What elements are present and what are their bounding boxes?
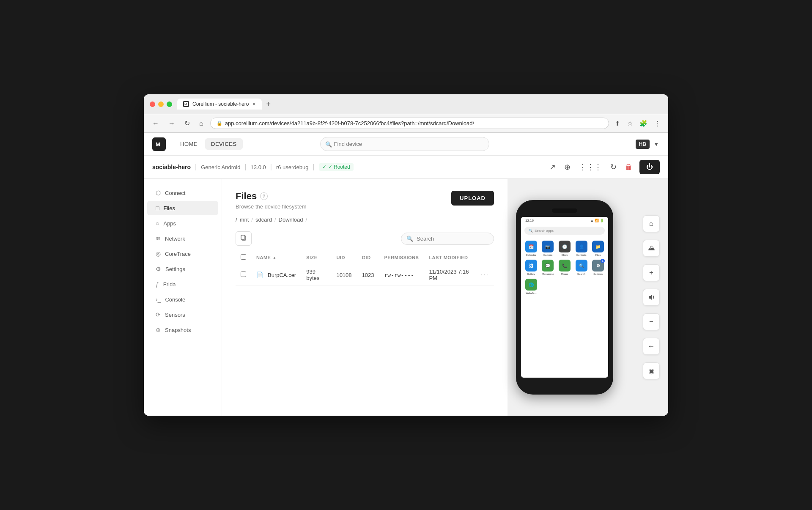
coretrace-icon: ◎ [156,250,161,257]
sort-icon: ▲ [272,255,277,260]
row-size-cell: 939 bytes [301,264,331,286]
header-dropdown-button[interactable]: ▾ [653,140,660,149]
minimize-button[interactable] [158,101,164,107]
settings-app-icon: ⚙ 1 [592,260,604,271]
breadcrumb-sdcard[interactable]: sdcard [255,217,272,223]
col-header-permissions[interactable]: PERMISSIONS [379,251,424,264]
browser-window: M Corellium - sociable-hero ✕ + ← → ↻ ⌂ … [144,94,668,416]
col-header-size[interactable]: SIZE [301,251,331,264]
files-title: Files ? [236,191,307,202]
address-bar[interactable]: 🔒 app.corellium.com/devices/4a211a9b-8f2… [210,118,609,129]
select-all-checkbox[interactable] [241,254,246,260]
menu-button[interactable]: ⋮ [653,119,662,128]
sidebar-item-network[interactable]: ≋ Network [147,231,218,246]
delete-button[interactable]: 🗑 [623,161,634,173]
find-device-input[interactable] [320,137,489,151]
sidebar-item-sensors[interactable]: ⟳ Sensors [147,307,218,322]
maximize-button[interactable] [167,101,172,107]
phone-app-clock[interactable]: 🕐 Clock [558,241,571,256]
refresh-button[interactable]: ↻ [609,161,618,173]
phone-app-phone[interactable]: 📞 Phone [558,260,571,275]
ctrl-screenshot-button[interactable]: ⛰ [643,240,660,257]
phone-app-camera[interactable]: 📷 Camera [541,241,555,256]
phone-screen[interactable]: 12:16 ▲ 📶 🔋 🔍 Search apps 📅 Calendar [521,217,608,378]
back-nav-button[interactable]: ← [150,119,162,128]
device-build: r6 userdebug [276,164,309,170]
phone-app-messaging[interactable]: 💬 Messaging [541,260,555,275]
ctrl-zoom-in-button[interactable]: + [643,264,660,281]
share-button[interactable]: ⬆ [613,119,622,128]
app-logo: M [152,137,166,151]
col-header-checkbox [236,251,251,264]
sensors-icon: ⟳ [156,311,161,318]
forward-nav-button[interactable]: → [166,119,178,128]
ctrl-home-button[interactable]: ⌂ [643,215,660,232]
sidebar-item-console[interactable]: ›_ Console [147,292,218,307]
row-more-button[interactable]: ··· [481,271,489,279]
tab-close-icon[interactable]: ✕ [252,101,256,107]
sidebar-item-apps[interactable]: ○ Apps [147,216,218,230]
file-name[interactable]: BurpCA.cer [268,272,296,278]
phone-app-search[interactable]: 🔍 Search [575,260,588,275]
phone-app-files[interactable]: 📁 Files [591,241,605,256]
device-panel: 12:16 ▲ 📶 🔋 🔍 Search apps 📅 Calendar [508,179,668,416]
sidebar-label-apps: Apps [163,220,176,227]
help-icon[interactable]: ? [260,192,268,200]
phone-app-settings[interactable]: ⚙ 1 Settings [591,260,605,275]
extensions-button[interactable]: 🧩 [638,119,649,128]
sidebar-item-settings[interactable]: ⚙ Settings [147,262,218,276]
sidebar-item-files[interactable]: □ Files [147,201,218,215]
col-header-uid[interactable]: UID [331,251,357,264]
col-header-gid[interactable]: GID [357,251,379,264]
sidebar-item-frida[interactable]: ƒ Frida [147,277,218,291]
browser-titlebar: M Corellium - sociable-hero ✕ + [144,94,668,114]
breadcrumb: / mnt / sdcard / Download / [236,217,494,223]
sidebar-item-snapshots[interactable]: ⊕ Snapshots [147,323,218,337]
file-search-input[interactable] [417,236,488,242]
phone-app-contacts[interactable]: 👤 Contacts [575,241,588,256]
bookmark-button[interactable]: ☆ [625,119,634,128]
sidebar-item-coretrace[interactable]: ◎ CoreTrace [147,247,218,261]
phone-app-webview[interactable]: 🌐 WebVie... [524,279,538,294]
row-uid-cell: 10108 [331,264,357,286]
close-button[interactable] [150,101,155,107]
clock-icon: 🕐 [559,241,571,252]
active-tab[interactable]: M Corellium - sociable-hero ✕ [177,99,262,110]
tab-bar: M Corellium - sociable-hero ✕ + [177,99,662,110]
col-header-last-modified[interactable]: LAST MODIFIED [424,251,475,264]
nav-devices[interactable]: DEVICES [205,138,243,150]
upload-button[interactable]: UPLOAD [451,191,494,206]
row-checkbox[interactable] [241,271,246,277]
phone-search-label: Search apps [535,229,554,233]
col-header-name[interactable]: NAME ▲ [251,251,301,264]
files-main: Files ? Browse the device filesystem UPL… [222,179,508,416]
reload-button[interactable]: ↻ [182,118,192,128]
ctrl-back-button[interactable]: ← [643,338,660,355]
phone-app-gallery[interactable]: 🖼 Gallery [524,260,538,275]
home-nav-button[interactable]: ⌂ [197,119,206,128]
sidebar-item-connect[interactable]: ⬡ Connect [147,186,218,200]
columns-button[interactable]: ⋮⋮⋮ [577,161,604,173]
copy-path-button[interactable] [236,231,252,246]
browser-toolbar-actions: ⬆ ☆ 🧩 ⋮ [613,119,662,128]
ctrl-fingerprint-button[interactable]: ◉ [643,362,660,379]
breadcrumb-mnt[interactable]: mnt [240,217,249,223]
new-tab-button[interactable]: + [263,100,273,109]
sidebar-label-connect: Connect [165,190,185,196]
user-badge[interactable]: HB [636,140,650,149]
open-external-button[interactable]: ↗ [548,161,557,173]
ctrl-zoom-out-button[interactable]: − [643,313,660,330]
sidebar-label-files: Files [163,205,175,211]
breadcrumb-download[interactable]: Download [279,217,303,223]
phone-search-bar[interactable]: 🔍 Search apps [524,227,605,235]
ctrl-volume-button[interactable] [643,289,660,306]
rooted-label: ✓ Rooted [328,164,350,170]
phone-app-calendar[interactable]: 📅 Calendar [524,241,538,256]
app-search: 🔍 [320,137,489,151]
phone-status-bar: 12:16 ▲ 📶 🔋 [521,217,608,224]
tag-button[interactable]: ⊕ [562,161,572,173]
col-header-actions [476,251,494,264]
power-button[interactable]: ⏻ [639,160,660,174]
nav-home[interactable]: HOME [174,138,203,150]
network-icon: ≋ [156,235,161,242]
